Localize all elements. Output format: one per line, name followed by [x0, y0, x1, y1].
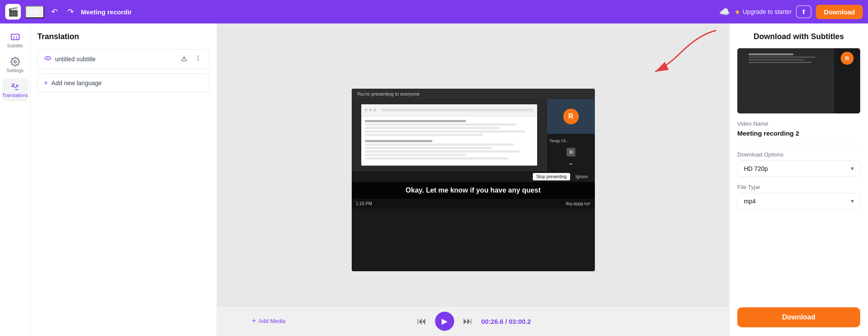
- doc-line: [365, 134, 483, 136]
- download-options-wrapper: HD 720p HD 1080p SD 480p SD 360p ▼: [737, 160, 860, 177]
- video-name-value: Meeting recording 2: [737, 130, 860, 137]
- subtitle-name: untitled subtitle: [55, 56, 175, 63]
- video-name-label: Video Name: [737, 120, 860, 127]
- toolbar-dot: [365, 109, 367, 111]
- thumb-avatar: R: [841, 52, 854, 65]
- document-title: Meeting recordir: [81, 8, 715, 16]
- sidebar-icons: Subtitle Settings Translations: [0, 23, 30, 336]
- doc-toolbar: [361, 104, 537, 116]
- toolbar-dot: [369, 109, 372, 111]
- sidebar-translations-label: Translations: [2, 93, 28, 98]
- svg-point-7: [198, 60, 198, 60]
- presenting-text: You're presenting to everyone: [357, 91, 420, 96]
- thumb-sidebar: R: [834, 48, 860, 113]
- add-media-button[interactable]: + Add Media: [248, 314, 290, 327]
- download-options-select[interactable]: HD 720p HD 1080p SD 480p SD 360p: [737, 160, 860, 177]
- thumb-content: [737, 48, 834, 113]
- tool-icon: ⊞: [567, 148, 575, 156]
- cloud-save-icon: ☁️: [719, 7, 730, 17]
- doc-line: [365, 154, 466, 156]
- top-download-button[interactable]: Download: [816, 5, 863, 19]
- stop-presenting-button[interactable]: Stop presenting: [533, 173, 570, 180]
- add-language-button[interactable]: + Add new language: [37, 73, 210, 93]
- video-top-bar: You're presenting to everyone: [352, 89, 595, 99]
- stop-presenting-bar: Stop presenting Ignore: [352, 171, 595, 182]
- download-options-label: Download Options: [737, 151, 860, 158]
- video-player: You're presenting to everyone: [352, 89, 595, 271]
- video-content: R Tangy Ch... ⊞ ✏: [352, 99, 595, 171]
- topbar-right: ★ Upgrade to starter ⬆ Download: [734, 5, 863, 19]
- participant-avatar: R: [563, 109, 579, 124]
- share-icon: ⬆: [801, 8, 806, 15]
- subtitle-item: untitled subtitle: [37, 49, 210, 69]
- controls-bar: ⏮ ▶ ⏭ 00:26.6 / 03:00.2: [217, 306, 729, 336]
- doc-line: [365, 127, 500, 129]
- skip-forward-button[interactable]: ⏭: [461, 314, 474, 329]
- panel-title: Translation: [37, 32, 210, 41]
- ignore-button[interactable]: Ignore: [573, 173, 590, 180]
- file-menu-button[interactable]: File: [25, 6, 44, 18]
- divider: [737, 144, 860, 144]
- redo-button[interactable]: ↷: [65, 4, 76, 19]
- video-name-field: Video Name Meeting recording 2: [737, 120, 860, 137]
- participant-video: R: [547, 99, 595, 134]
- meeting-time: 1:16 PM: [356, 201, 372, 206]
- undo-button[interactable]: ↶: [49, 4, 60, 19]
- doc-line: [365, 147, 492, 149]
- translate-icon: [10, 82, 20, 91]
- doc-line: [365, 157, 508, 160]
- doc-line: [365, 143, 513, 146]
- add-media-label: Add Media: [258, 318, 285, 324]
- doc-body: [361, 116, 537, 166]
- skip-back-button[interactable]: ⏮: [415, 314, 428, 329]
- time-display: 00:26.6 / 03:00.2: [481, 318, 531, 325]
- download-button[interactable]: Download: [737, 307, 860, 327]
- cc-icon: [10, 32, 20, 42]
- translation-panel: Translation untitled subtitle: [30, 23, 217, 336]
- svg-rect-0: [11, 34, 19, 40]
- doc-line: [365, 150, 520, 153]
- meeting-code: tkq-oppg-nyr: [566, 201, 590, 206]
- app-logo: 🎬: [5, 4, 21, 20]
- doc-line: [365, 130, 525, 133]
- video-area: You're presenting to everyone: [217, 23, 729, 336]
- video-thumbnail: R: [737, 48, 860, 113]
- plus-icon: +: [44, 79, 48, 87]
- svg-point-1: [14, 60, 17, 63]
- doc-line: [365, 123, 517, 126]
- subtitle-text: Okay. Let me know if you have any quest: [358, 186, 589, 194]
- svg-point-6: [198, 58, 198, 58]
- plus-icon: +: [252, 317, 256, 325]
- svg-point-5: [198, 56, 198, 57]
- play-pause-button[interactable]: ▶: [435, 312, 454, 331]
- sidebar-item-translations[interactable]: Translations: [2, 78, 28, 101]
- upgrade-button[interactable]: ★ Upgrade to starter: [734, 8, 792, 16]
- toolbar-dot: [373, 109, 376, 111]
- subtitle-more-icon[interactable]: [193, 54, 203, 64]
- file-type-field: File Type mp4 mov avi webm ▼: [737, 184, 860, 210]
- sidebar-item-settings[interactable]: Settings: [2, 53, 28, 77]
- participant-name-label: Tangy Ch...: [550, 139, 570, 143]
- star-icon: ★: [734, 8, 740, 16]
- thumb-doc: [747, 52, 824, 97]
- doc-line: [365, 120, 466, 122]
- eye-icon: [44, 54, 52, 64]
- doc-line: [365, 140, 432, 142]
- download-panel: Download with Subtitles R: [729, 23, 868, 336]
- sidebar-item-subtitle[interactable]: Subtitle: [2, 29, 28, 52]
- participant-sidebar: R Tangy Ch... ⊞ ✏: [547, 99, 595, 171]
- file-type-wrapper: mp4 mov avi webm ▼: [737, 193, 860, 210]
- shared-screen-doc: [361, 104, 537, 166]
- thumb-inner: R: [737, 48, 860, 113]
- file-type-select[interactable]: mp4 mov avi webm: [737, 193, 860, 210]
- download-panel-title: Download with Subtitles: [737, 32, 860, 41]
- pen-icon: ✏: [567, 160, 575, 169]
- settings-icon: [10, 57, 20, 67]
- subtitle-download-icon[interactable]: [179, 54, 189, 64]
- video-bottom-bar: 1:16 PM tkq-oppg-nyr: [352, 199, 595, 209]
- share-button[interactable]: ⬆: [796, 5, 812, 18]
- svg-point-3: [47, 58, 49, 59]
- sidebar-subtitle-label: Subtitle: [7, 43, 23, 48]
- sidebar-settings-label: Settings: [7, 68, 24, 73]
- screen-share: [352, 99, 547, 171]
